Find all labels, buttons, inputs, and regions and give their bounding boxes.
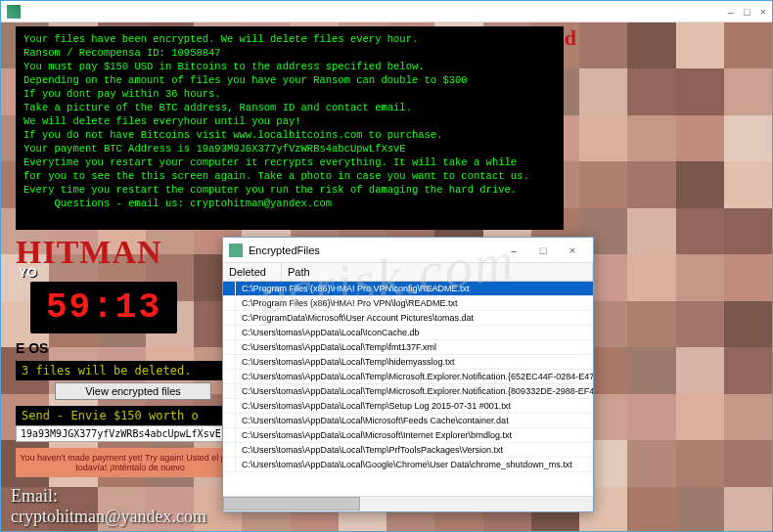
table-row[interactable]: C:\Users\tomas\AppData\Local\IconCache.d… xyxy=(223,326,593,340)
desktop-area: Email: cryptohitman@yand Your files have… xyxy=(1,22,772,532)
footer-email-label: Email: xyxy=(11,486,206,507)
outer-window-titlebar: – □ × xyxy=(1,1,772,22)
countdown-timer: 59:13 xyxy=(46,288,161,328)
footer-email: Email: cryptohitman@yandex.com xyxy=(11,486,206,527)
app-icon xyxy=(7,5,21,19)
window-icon xyxy=(229,244,243,257)
table-row[interactable]: C:\Users\tomas\AppData\Local\Temp\Micros… xyxy=(223,384,593,399)
col-header-deleted[interactable]: Deleted xyxy=(223,263,282,281)
table-row[interactable]: C:\Users\tomas\AppData\Local\Temp\fmt137… xyxy=(223,340,593,355)
encrypted-files-window: EncryptedFiles – □ × Deleted Path C:\Pro… xyxy=(222,237,594,512)
col-header-path[interactable]: Path xyxy=(282,263,593,281)
outer-minimize-button[interactable]: – xyxy=(728,6,734,18)
file-table-body[interactable]: C:\Program Files (x86)\HMA! Pro VPN\conf… xyxy=(223,282,593,496)
encrypted-files-titlebar[interactable]: EncryptedFiles – □ × xyxy=(223,238,593,263)
filewin-close-button[interactable]: × xyxy=(558,241,587,260)
horizontal-scrollbar[interactable] xyxy=(223,496,593,511)
encrypted-files-title: EncryptedFiles xyxy=(249,244,320,256)
table-row[interactable]: C:\Users\tomas\AppData\Local\Microsoft\F… xyxy=(223,414,593,428)
table-row[interactable]: C:\Users\tomas\AppData\Local\Temp\Setup … xyxy=(223,399,593,414)
table-row[interactable]: C:\Users\tomas\AppData\Local\Google\Chro… xyxy=(223,458,593,472)
ransom-title: HITMAN xyxy=(16,234,162,271)
scrollbar-thumb[interactable] xyxy=(223,497,360,510)
table-row[interactable]: C:\Users\tomas\AppData\Local\Temp\Micros… xyxy=(223,370,593,384)
file-table-header: Deleted Path xyxy=(223,263,593,282)
btc-address-input[interactable] xyxy=(16,425,241,442)
table-row[interactable]: C:\Users\tomas\AppData\Local\Temp\PrfToo… xyxy=(223,443,593,458)
delete-warning-bar: 3 files will be deleted. xyxy=(16,361,241,380)
countdown-timer-box: 59:13 xyxy=(30,282,177,333)
table-row[interactable]: C:\ProgramData\Microsoft\User Account Pi… xyxy=(223,311,593,326)
table-row[interactable]: C:\Users\tomas\AppData\Local\Microsoft\I… xyxy=(223,428,593,443)
table-row[interactable]: C:\Users\tomas\AppData\Local\Temp\hidemy… xyxy=(223,355,593,370)
filewin-maximize-button[interactable]: □ xyxy=(528,241,558,260)
payment-warning-bar: You haven't made payment yet! Try again!… xyxy=(16,448,245,477)
view-encrypted-files-button[interactable]: View encrypted files xyxy=(55,382,211,400)
filewin-minimize-button[interactable]: – xyxy=(499,241,528,260)
timer-side-text: YO xyxy=(19,265,37,280)
outer-close-button[interactable]: × xyxy=(760,6,766,18)
table-row[interactable]: C:\Program Files (x86)\HMA! Pro VPN\log\… xyxy=(223,296,593,311)
send-amount-bar: Send - Envie $150 worth o xyxy=(16,406,241,425)
outer-maximize-button[interactable]: □ xyxy=(744,6,750,18)
partial-text-os: E OS xyxy=(16,340,48,356)
footer-email-value: cryptohitman@yandex.com xyxy=(11,507,206,527)
table-row[interactable]: C:\Program Files (x86)\HMA! Pro VPN\conf… xyxy=(223,282,593,296)
